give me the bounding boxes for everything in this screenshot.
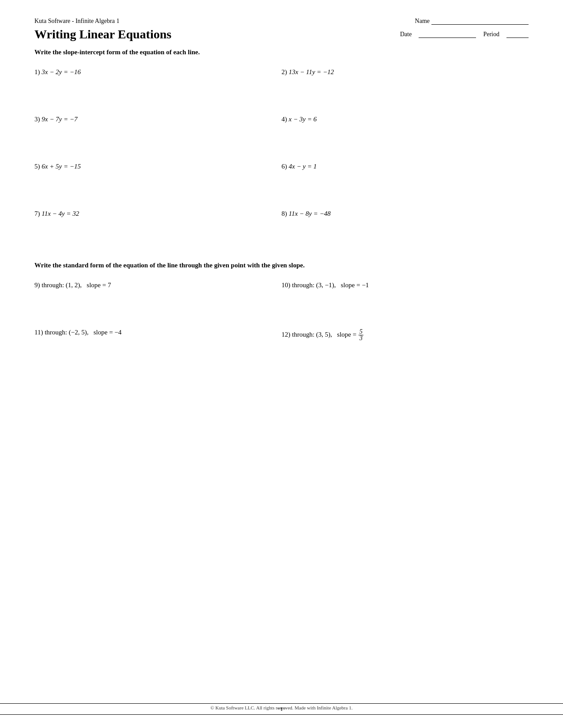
name-field: Name xyxy=(415,18,529,25)
problem-number-8: 8) xyxy=(282,210,289,217)
problem-9: 9) through: (1, 2), slope = 7 xyxy=(34,277,282,324)
problem-5: 5) 6x + 5y = −15 xyxy=(34,158,282,206)
problem-text-9: through: (1, 2), slope = 7 xyxy=(42,281,111,289)
problem-11: 11) through: (−2, 5), slope = −4 xyxy=(34,324,282,377)
title-row: Writing Linear Equations Date Period xyxy=(34,27,529,41)
name-underline xyxy=(431,18,529,25)
denominator-12: 3 xyxy=(359,335,363,341)
problem-text-11: through: (−2, 5), slope = −4 xyxy=(45,329,121,336)
section1-problems: 1) 3x − 2y = −16 2) 13x − 11y = −12 3) 9… xyxy=(34,64,529,253)
fraction-12: 53 xyxy=(359,329,363,341)
problem-eq-7: 11x − 4y = 32 xyxy=(42,210,79,217)
problem-eq-2: 13x − 11y = −12 xyxy=(289,68,334,75)
worksheet-title: Writing Linear Equations xyxy=(34,27,171,41)
problem-number-2: 2) xyxy=(282,68,289,75)
section2-problems: 9) through: (1, 2), slope = 7 10) throug… xyxy=(34,277,529,377)
numerator-12: 5 xyxy=(359,329,363,335)
footer: −1− © Kuta Software LLC. All rights rese… xyxy=(0,703,563,715)
name-label: Name xyxy=(415,18,430,25)
problem-12: 12) through: (3, 5), slope = 53 xyxy=(282,324,529,377)
problem-6: 6) 4x − y = 1 xyxy=(282,158,529,206)
problem-text-10: through: (3, −1), slope = −1 xyxy=(292,281,369,289)
problem-number-3: 3) xyxy=(34,116,42,123)
problem-8: 8) 11x − 8y = −48 xyxy=(282,206,529,253)
date-underline xyxy=(419,31,476,38)
footer-line-top xyxy=(0,703,563,704)
problem-eq-4: x − 3y = 6 xyxy=(289,116,317,123)
footer-line-bottom xyxy=(0,714,563,715)
date-label: Date xyxy=(400,31,412,38)
problem-10: 10) through: (3, −1), slope = −1 xyxy=(282,277,529,324)
date-period-row: Date Period xyxy=(400,31,529,38)
problem-3: 3) 9x − 7y = −7 xyxy=(34,111,282,158)
problem-number-1: 1) xyxy=(34,68,42,75)
software-label: Kuta Software - Infinite Algebra 1 xyxy=(34,18,119,25)
problem-number-4: 4) xyxy=(282,116,289,123)
problem-number-7: 7) xyxy=(34,210,42,217)
problem-number-5: 5) xyxy=(34,163,42,170)
problem-eq-3: 9x − 7y = −7 xyxy=(42,116,77,123)
problem-eq-8: 11x − 8y = −48 xyxy=(289,210,331,217)
problem-number-6: 6) xyxy=(282,163,289,170)
footer-copyright: © Kuta Software LLC. All rights reserved… xyxy=(0,705,563,710)
problem-text-12: through: (3, 5), slope = xyxy=(292,331,358,338)
period-label: Period xyxy=(483,31,499,38)
problem-number-10: 10) xyxy=(282,281,292,289)
header: Kuta Software - Infinite Algebra 1 Name xyxy=(34,18,529,25)
problem-1: 1) 3x − 2y = −16 xyxy=(34,64,282,111)
problem-number-12: 12) xyxy=(282,331,292,338)
problem-number-9: 9) xyxy=(34,281,42,289)
problem-2: 2) 13x − 11y = −12 xyxy=(282,64,529,111)
period-underline xyxy=(506,31,529,38)
problem-eq-1: 3x − 2y = −16 xyxy=(42,68,81,75)
section2-instruction: Write the standard form of the equation … xyxy=(34,262,529,269)
problem-4: 4) x − 3y = 6 xyxy=(282,111,529,158)
problem-eq-5: 6x + 5y = −15 xyxy=(42,163,81,170)
problem-number-11: 11) xyxy=(34,329,45,336)
problem-eq-6: 4x − y = 1 xyxy=(289,163,317,170)
section1-instruction: Write the slope-intercept form of the eq… xyxy=(34,49,529,56)
problem-7: 7) 11x − 4y = 32 xyxy=(34,206,282,253)
